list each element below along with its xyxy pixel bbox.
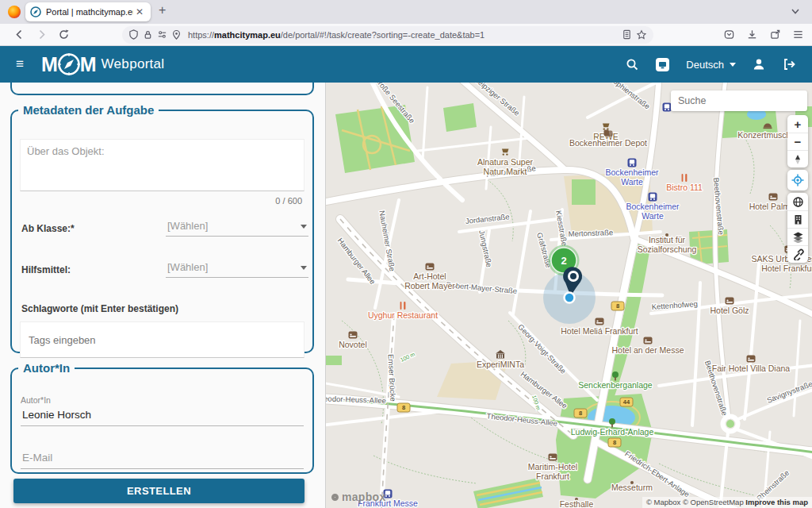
account-icon[interactable]	[752, 57, 766, 71]
map-label: Festhalle	[560, 499, 594, 508]
route-shield: 8	[397, 403, 410, 412]
permissions-icon[interactable]	[157, 29, 167, 40]
svg-text:8: 8	[579, 410, 582, 417]
menu-hamburger-icon[interactable]	[792, 29, 804, 40]
svg-text:8: 8	[402, 404, 405, 411]
create-button[interactable]: ERSTELLEN	[13, 479, 304, 503]
author-name-label: Autor*In	[21, 395, 51, 405]
attr-mapbox[interactable]: © Mapbox	[646, 498, 680, 506]
about-object-textarea[interactable]	[20, 139, 304, 191]
buildings-style-button[interactable]	[787, 210, 808, 228]
reload-button[interactable]	[52, 29, 75, 40]
reader-view-icon[interactable]	[622, 29, 632, 40]
browser-tab-bar: Portal | mathcitymap.eu ✕ +	[0, 0, 812, 24]
map-style-controls	[787, 193, 808, 263]
forward-button[interactable]	[30, 29, 52, 40]
app-navbar: ≡ M M Webportal Deutsch	[0, 46, 812, 83]
map-zoom-controls: + −	[787, 115, 808, 167]
cluster-count: 2	[561, 255, 566, 267]
chevron-down-icon	[301, 225, 307, 229]
tools-select[interactable]: [Wählen]	[166, 259, 308, 278]
back-button[interactable]	[8, 29, 30, 40]
map-label: Novotel	[339, 340, 367, 349]
url-scheme: https://	[188, 30, 214, 40]
tools-label: Hilfsmittel:	[21, 264, 71, 275]
map-label: Warte	[621, 177, 643, 187]
map-label: Warte	[642, 211, 664, 221]
browser-tab[interactable]: Portal | mathcitymap.eu ✕	[25, 2, 151, 21]
map-search-input[interactable]	[671, 90, 807, 111]
url-path: /de/portal/#!/task/create?sorting=-creat…	[281, 30, 485, 40]
map-canvas[interactable]: 884488Große SeestraßeLeipziger StraßeSop…	[326, 83, 812, 508]
map-label: Ludwig-Erhard-Anlage	[571, 427, 654, 437]
tab-overflow-chevron-icon[interactable]	[790, 6, 801, 17]
share-link-button[interactable]	[787, 245, 808, 263]
mapbox-logo[interactable]: mapbox	[331, 491, 385, 503]
map-label: Bistro 111	[666, 183, 703, 192]
attr-osm[interactable]: © OpenStreetMap	[683, 498, 744, 506]
author-name-input[interactable]	[21, 406, 304, 426]
previous-section-partial	[10, 83, 314, 95]
map-label: Bockenheimer Depot	[569, 138, 647, 148]
logo-suffix: Webportal	[102, 56, 165, 72]
browser-window: Portal | mathcitymap.eu ✕ + https://math…	[0, 0, 812, 508]
chevron-down-icon	[301, 266, 307, 270]
geolocation-permission-icon[interactable]	[171, 29, 182, 40]
map-container: 884488Große SeestraßeLeipziger StraßeSop…	[325, 83, 812, 508]
theater-icon	[604, 130, 613, 137]
new-tab-button[interactable]: +	[159, 3, 166, 17]
geolocate-button[interactable]	[787, 170, 808, 190]
hotel-icon	[726, 298, 734, 305]
pocket-icon[interactable]	[723, 29, 735, 40]
layers-button[interactable]	[787, 228, 808, 245]
route-shield: 8	[608, 438, 621, 447]
tab-favicon-compass-icon	[30, 6, 41, 17]
globe-style-button[interactable]	[787, 193, 808, 210]
url-domain: mathcitymap.eu	[214, 30, 281, 40]
shield-icon[interactable]	[128, 29, 139, 40]
hotel-icon	[747, 356, 756, 363]
classroom-app-icon[interactable]	[655, 57, 670, 72]
downloads-icon[interactable]	[746, 29, 758, 40]
metadata-section: Metadaten der Aufgabe 0 / 600 Ab Klasse:…	[10, 103, 314, 353]
compass-button[interactable]	[787, 150, 808, 167]
url-text[interactable]: https://mathcitymap.eu/de/portal/#!/task…	[188, 30, 622, 40]
map-label: Sozialforschung	[638, 244, 697, 254]
map-label: Robert Mayer	[404, 281, 455, 291]
lock-icon[interactable]	[143, 29, 153, 40]
bookmark-star-icon[interactable]	[636, 29, 647, 40]
map-label: Hotel Meliá Frankfurt	[561, 326, 638, 336]
app-logo[interactable]: M M Webportal	[41, 52, 165, 77]
transit-station-icon	[663, 103, 672, 112]
map-label: Hotel Frankfurt	[761, 264, 812, 273]
map-label: Fair Hotel Villa Diana	[712, 364, 791, 373]
map-label: Art-Hotel	[413, 271, 446, 281]
metadata-legend: Metadaten der Aufgabe	[18, 103, 159, 117]
map-label: Messeturm	[611, 483, 653, 492]
share-icon[interactable]	[769, 29, 781, 40]
route-shield: 44	[620, 398, 633, 406]
language-selector[interactable]: Deutsch	[686, 59, 736, 71]
attr-improve-link[interactable]: Improve this map	[745, 498, 808, 506]
tags-input[interactable]	[20, 321, 304, 358]
logout-icon[interactable]	[782, 57, 796, 71]
hotel-icon	[349, 332, 358, 339]
url-bar[interactable]: https://mathcitymap.eu/de/portal/#!/task…	[122, 26, 653, 44]
svg-text:8: 8	[613, 439, 616, 446]
author-email-input[interactable]	[21, 449, 304, 469]
sidebar-toggle-hamburger-icon[interactable]: ≡	[16, 56, 24, 72]
tab-close-icon[interactable]: ✕	[133, 6, 146, 17]
zoom-out-button[interactable]: −	[787, 133, 808, 150]
hotel-icon	[426, 264, 435, 271]
grade-select[interactable]: [Wählen]	[166, 217, 308, 237]
map-label: Mertonstraße	[568, 228, 613, 238]
search-icon[interactable]	[626, 58, 639, 71]
author-legend: Autor*In	[18, 361, 75, 375]
map-label: Institut für	[649, 235, 686, 244]
route-shield: 8	[574, 409, 587, 418]
zoom-in-button[interactable]: +	[787, 115, 808, 133]
firefox-icon[interactable]	[8, 6, 21, 18]
map-label: Hotel an der Messe	[611, 345, 684, 355]
hotel-icon	[596, 318, 604, 325]
transit-station-icon	[628, 159, 637, 167]
